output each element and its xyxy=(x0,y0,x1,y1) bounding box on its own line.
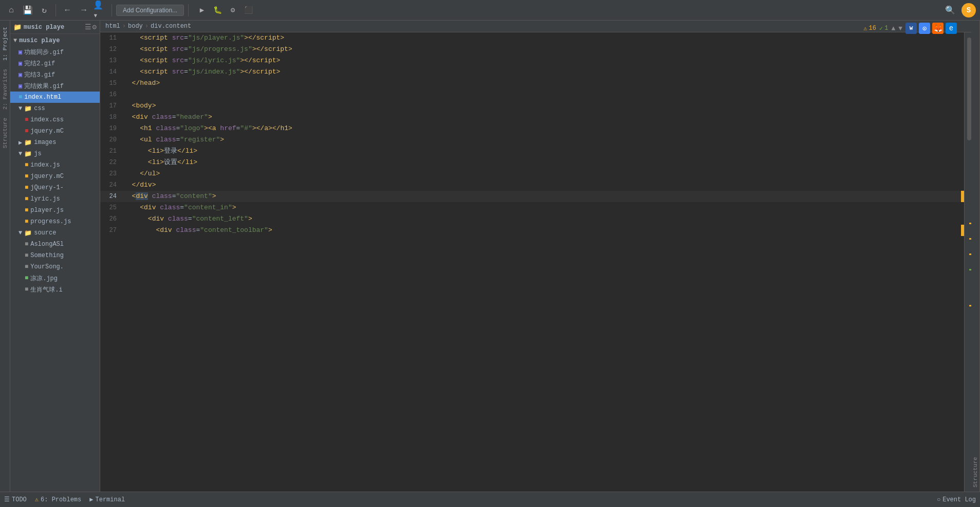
sidebar-tab-favorites[interactable]: 2: Favorites xyxy=(1,65,9,114)
code-line: 18 <div class="header"> xyxy=(100,112,964,123)
file-icon-js: ■ xyxy=(25,184,28,191)
sidebar-tab-project[interactable]: 1: Project xyxy=(1,23,9,65)
line-content: <script src="js/index.js"></script> xyxy=(122,66,961,78)
list-item[interactable]: ▣ 完结效果.gif xyxy=(10,80,100,92)
edge-icon[interactable]: e xyxy=(946,23,957,34)
terminal-label: Terminal xyxy=(96,496,125,503)
structure-tab[interactable]: Structure xyxy=(971,21,980,492)
line-content xyxy=(122,89,961,100)
file-label: 功能同步.gif xyxy=(24,48,64,57)
list-item[interactable]: ▼ 📁 css xyxy=(10,103,100,114)
project-root-label: music playe xyxy=(24,24,64,31)
scrollbar-thumb[interactable] xyxy=(967,38,971,140)
refresh-icon[interactable]: ↻ xyxy=(37,3,51,17)
warnings-bar: ⚠ 16 ✓ 1 ▲ ▼ W ⊙ 🦊 e xyxy=(859,21,961,36)
line-number: 12 xyxy=(100,44,122,55)
list-item[interactable]: ■ jquery.mC xyxy=(10,171,100,182)
list-item[interactable]: ■ index.css xyxy=(10,114,100,125)
list-item[interactable]: ■ player.js xyxy=(10,205,100,216)
folder-expand-icon: ▼ xyxy=(13,37,17,44)
check-count: 1 xyxy=(884,25,888,32)
list-item[interactable]: ▣ 完结3.gif xyxy=(10,69,100,80)
word-icon[interactable]: W xyxy=(905,23,917,34)
list-item[interactable]: ■ Something xyxy=(10,250,100,261)
list-item[interactable]: ▼ 📁 js xyxy=(10,148,100,159)
breadcrumb-part-html[interactable]: html xyxy=(105,23,120,30)
user-icon[interactable]: 👤 ▾ xyxy=(93,3,107,17)
code-line: 24 </div> xyxy=(100,179,964,191)
list-item[interactable]: ▣ 完结2.gif xyxy=(10,58,100,69)
main-toolbar: ⌂ 💾 ↻ ← → 👤 ▾ Add Configuration... ▶ 🐛 ⚙… xyxy=(0,0,980,21)
check-badge[interactable]: ✓ 1 xyxy=(879,25,888,32)
list-item[interactable]: ■ lyric.js xyxy=(10,193,100,205)
file-label: index.js xyxy=(30,161,60,169)
home-icon[interactable]: ⌂ xyxy=(4,3,19,17)
line-content: <script src="js/lyric.js"></script> xyxy=(122,55,961,66)
tree-root[interactable]: ▼ music playe xyxy=(10,35,100,46)
list-item[interactable]: ■ progress.js xyxy=(10,216,100,227)
todo-icon: ☰ xyxy=(4,496,10,503)
line-number: 19 xyxy=(100,123,122,134)
warning-badge[interactable]: ⚠ 16 xyxy=(863,25,876,32)
firefox-icon[interactable]: 🦊 xyxy=(932,23,944,34)
sidebar-tab-structure[interactable]: Structure xyxy=(1,114,9,152)
folder-expand-icon: ▼ xyxy=(19,229,22,237)
collapse-all-icon[interactable]: ☰ xyxy=(85,23,91,31)
list-item[interactable]: ■ 生肖气球.i xyxy=(10,284,100,295)
tree-root-label: music playe xyxy=(19,37,60,44)
list-item[interactable]: ■ jQuery-1- xyxy=(10,182,100,193)
list-item[interactable]: ▼ 📁 source xyxy=(10,227,100,239)
collapse-icon[interactable]: ▲ xyxy=(891,25,895,32)
list-item[interactable]: ■ 凉凉.jpg xyxy=(10,273,100,284)
list-item[interactable]: ■ index.js xyxy=(10,159,100,171)
code-line: 22 <li>设置</li> xyxy=(100,157,964,168)
search-icon[interactable]: 🔍 xyxy=(943,3,957,17)
event-log-button[interactable]: ○ Event Log xyxy=(937,496,976,503)
list-item[interactable]: ■ YourSong. xyxy=(10,261,100,273)
todo-button[interactable]: ☰ TODO xyxy=(4,496,27,503)
folder-expand-icon: ▶ xyxy=(19,139,22,147)
breadcrumb-part-body[interactable]: body xyxy=(128,23,143,30)
line-content: <ul class="register"> xyxy=(122,134,961,146)
project-header: 📁 music playe ☰ ⚙ xyxy=(10,21,100,34)
problems-icon: ⚠ xyxy=(35,496,39,503)
file-icon-js: ■ xyxy=(25,173,28,180)
editor-scrollbar[interactable] xyxy=(964,32,971,492)
list-item[interactable]: ■ jquery.mC xyxy=(10,125,100,137)
breadcrumb: html › body › div.content xyxy=(100,21,971,32)
list-item-active[interactable]: ■ index.html xyxy=(10,92,100,103)
avatar[interactable]: S xyxy=(961,3,976,17)
line-content: <div class="content"> xyxy=(122,191,961,202)
main-layout: 1: Project 2: Favorites Structure 📁 musi… xyxy=(0,21,980,492)
add-configuration-button[interactable]: Add Configuration... xyxy=(116,5,184,16)
file-label: lyric.js xyxy=(30,195,60,203)
file-label: player.js xyxy=(30,207,64,214)
folder-icon: 📁 xyxy=(24,229,32,237)
problems-button[interactable]: ⚠ 6: Problems xyxy=(35,496,81,503)
project-header-icons: ☰ ⚙ xyxy=(85,23,97,31)
coverage-icon[interactable]: ⚙ xyxy=(226,3,240,17)
line-content: <h1 class="logo"><a href="#"></a></h1> xyxy=(122,123,961,134)
expand-icon[interactable]: ▼ xyxy=(898,25,902,32)
toolbar-right: 🔍 S xyxy=(943,3,976,17)
terminal-button[interactable]: ▶ Terminal xyxy=(89,496,125,503)
event-log-label: Event Log xyxy=(942,496,976,503)
back-button[interactable]: ← xyxy=(60,3,75,17)
file-label: YourSong. xyxy=(30,263,64,270)
chrome-icon[interactable]: ⊙ xyxy=(919,23,930,34)
stop-icon[interactable]: ⬛ xyxy=(241,3,255,17)
debug-icon[interactable]: 🐛 xyxy=(210,3,225,17)
file-icon-js: ■ xyxy=(25,195,28,203)
settings-icon[interactable]: ⚙ xyxy=(93,23,97,31)
list-item[interactable]: ■ AslongASl xyxy=(10,239,100,250)
save-icon[interactable]: 💾 xyxy=(21,3,35,17)
list-item[interactable]: ▶ 📁 images xyxy=(10,137,100,148)
list-item[interactable]: ▣ 功能同步.gif xyxy=(10,46,100,58)
breadcrumb-part-div[interactable]: div.content xyxy=(151,23,191,30)
forward-button[interactable]: → xyxy=(77,3,91,17)
code-editor[interactable]: 11 <script src="js/player.js"></script> … xyxy=(100,32,964,492)
file-icon-generic: ■ xyxy=(25,241,28,248)
run-icon[interactable]: ▶ xyxy=(195,3,209,17)
line-content: <li>登录</li> xyxy=(122,146,961,157)
file-label: index.css xyxy=(30,116,64,123)
